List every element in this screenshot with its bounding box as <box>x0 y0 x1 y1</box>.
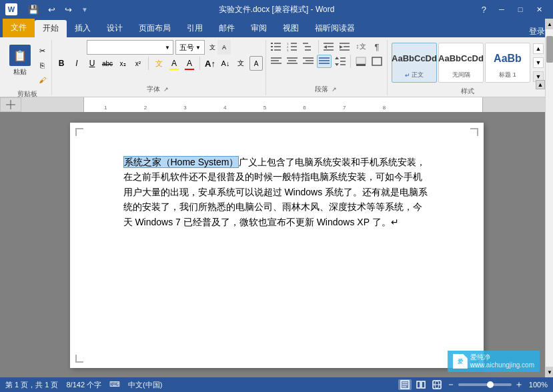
corner-tl <box>75 128 83 136</box>
font-size-dropdown[interactable]: 五号 ▼ <box>175 40 205 55</box>
style-normal[interactable]: AaBbCcDd ↵ 正文 <box>392 43 437 83</box>
cut-button[interactable]: ✂ <box>36 44 49 57</box>
paragraph-row1: 1.2.3. ↕文 ¶ <box>269 40 384 53</box>
tab-review[interactable]: 审阅 <box>243 20 275 37</box>
ruler-corner[interactable] <box>0 97 21 112</box>
align-left-button[interactable] <box>269 55 284 68</box>
paste-label: 粘贴 <box>13 67 27 77</box>
title-bar: W 💾 ↩ ↪ ▼ 实验文件.docx [兼容模式] - Word ? ─ □ … <box>0 0 553 19</box>
minimize-button[interactable]: ─ <box>493 3 510 15</box>
tab-foxit[interactable]: 福昕阅读器 <box>307 20 363 37</box>
shading-button[interactable] <box>354 55 368 68</box>
line-spacing-button[interactable] <box>333 55 348 68</box>
scroll-up-button[interactable]: ▲ <box>546 19 553 29</box>
quick-access-toolbar: 💾 ↩ ↪ ▼ <box>25 3 91 16</box>
increase-size-button[interactable]: A↑ <box>203 56 217 71</box>
vertical-scrollbar[interactable]: ▲ ▼ <box>545 19 553 377</box>
style-nospace[interactable]: AaBbCcDd 无间隔 <box>438 43 484 83</box>
redo-button[interactable]: ↪ <box>62 3 75 16</box>
scroll-track[interactable] <box>546 29 553 367</box>
restore-button[interactable]: □ <box>512 3 529 15</box>
watermark-text: 爱纯净www.aichungjing.com <box>470 353 534 369</box>
zoom-thumb[interactable] <box>487 381 494 388</box>
font-expand-button[interactable]: ↗ <box>161 85 171 93</box>
tab-layout[interactable]: 页面布局 <box>131 20 179 37</box>
language: 中文(中国) <box>128 380 162 390</box>
bold-button[interactable]: B <box>55 56 68 71</box>
styles-scrollbar: ▲ ▼ ▼ <box>533 43 544 82</box>
text-effect-button[interactable]: 文 <box>152 56 165 71</box>
format-painter-button[interactable]: 🖌 <box>36 73 49 87</box>
document-content[interactable]: 系统之家（Home System）广义上包含了电脑系统安装和手机系统安装，在之前… <box>123 155 430 229</box>
close-button[interactable]: ✕ <box>530 3 548 15</box>
chinese-layout-button[interactable]: 文 <box>234 56 247 71</box>
align-center-button[interactable] <box>285 55 300 68</box>
customize-quick-access[interactable]: ▼ <box>79 5 91 15</box>
page-count: 第 1 页，共 1 页 <box>5 380 58 390</box>
justify-button[interactable] <box>317 55 332 68</box>
font-label: 字体 ↗ <box>55 85 263 95</box>
decrease-size-button[interactable]: A↓ <box>219 56 232 71</box>
document-area: 系统之家（Home System）广义上包含了电脑系统安装和手机系统安装，在之前… <box>0 112 553 379</box>
highlight-button[interactable]: A <box>167 56 181 71</box>
help-button[interactable]: ? <box>482 5 486 15</box>
read-view-button[interactable] <box>414 379 428 390</box>
zoom-in-button[interactable]: ＋ <box>514 379 524 391</box>
watermark-box: 爱 爱纯净www.aichungjing.com <box>448 351 540 372</box>
style-h1[interactable]: AaBb 标题 1 <box>485 43 530 83</box>
text-surround-button[interactable]: A <box>249 56 263 71</box>
clear-format-button[interactable]: A <box>217 40 231 55</box>
font-row1: ▼ 五号 ▼ 文 A <box>87 40 231 55</box>
font-color-button[interactable]: A <box>183 56 196 71</box>
tab-mail[interactable]: 邮件 <box>211 20 243 37</box>
tab-insert[interactable]: 插入 <box>67 20 99 37</box>
subscript-button[interactable]: x₂ <box>116 56 129 71</box>
italic-button[interactable]: I <box>70 56 83 71</box>
numbered-list-button[interactable]: 1.2.3. <box>285 40 300 53</box>
chinese-sort-button[interactable]: ↕文 <box>354 40 368 53</box>
copy-button[interactable]: ⎘ <box>36 59 49 72</box>
ribbon-expand-button[interactable]: ▲ <box>536 80 545 89</box>
styles-scroll-up[interactable]: ▲ <box>533 43 544 54</box>
svg-marker-35 <box>335 57 339 59</box>
scroll-thumb[interactable] <box>546 36 553 63</box>
font-name-dropdown[interactable]: ▼ <box>87 40 173 55</box>
show-marks-button[interactable]: ¶ <box>370 40 384 53</box>
tab-home[interactable]: 开始 <box>35 20 67 37</box>
styles-scroll-down[interactable]: ▼ <box>533 57 544 68</box>
underline-button[interactable]: U <box>85 56 99 71</box>
word-count: 8/142 个字 <box>66 380 101 390</box>
bullet-list-button[interactable] <box>269 40 284 53</box>
tab-references[interactable]: 引用 <box>179 20 211 37</box>
group-styles: AaBbCcDd ↵ 正文 AaBbCcDd 无间隔 AaBb 标题 1 <box>388 40 548 95</box>
increase-indent-button[interactable] <box>338 40 352 53</box>
align-right-button[interactable] <box>301 55 316 68</box>
save-button[interactable]: 💾 <box>25 3 41 16</box>
web-view-button[interactable] <box>430 379 444 390</box>
undo-button[interactable]: ↩ <box>45 3 58 16</box>
window-controls: ? ─ □ ✕ <box>482 3 548 15</box>
paste-button[interactable]: 📋 粘贴 <box>5 41 35 80</box>
border-button[interactable] <box>370 55 384 68</box>
watermark-icon: 爱 <box>453 354 468 369</box>
zoom-out-button[interactable]: － <box>446 379 456 391</box>
svg-text:3.: 3. <box>287 49 289 51</box>
horizontal-ruler: 1 2 3 4 5 6 7 8 <box>21 97 545 112</box>
zoom-track[interactable] <box>458 383 512 386</box>
decrease-indent-button[interactable] <box>322 40 336 53</box>
zoom-slider[interactable]: － ＋ <box>446 379 524 391</box>
tab-design[interactable]: 设计 <box>99 20 131 37</box>
tab-file[interactable]: 文件 <box>3 19 35 37</box>
print-view-button[interactable] <box>398 379 412 390</box>
tab-view[interactable]: 视图 <box>275 20 307 37</box>
group-paragraph: 1.2.3. ↕文 ¶ <box>266 40 388 95</box>
strikethrough-button[interactable]: abc <box>101 56 114 71</box>
svg-rect-2 <box>271 46 273 47</box>
style-normal-preview: AaBbCcDd <box>392 46 437 71</box>
superscript-button[interactable]: x² <box>131 56 145 71</box>
multilevel-list-button[interactable] <box>301 40 316 53</box>
scroll-down-button[interactable]: ▼ <box>546 367 553 377</box>
status-bar: 第 1 页，共 1 页 8/142 个字 ⌨ 中文(中国) － ＋ 100% <box>0 377 553 392</box>
paragraph-expand-button[interactable]: ↗ <box>330 85 339 93</box>
word-icon: W <box>5 3 17 15</box>
